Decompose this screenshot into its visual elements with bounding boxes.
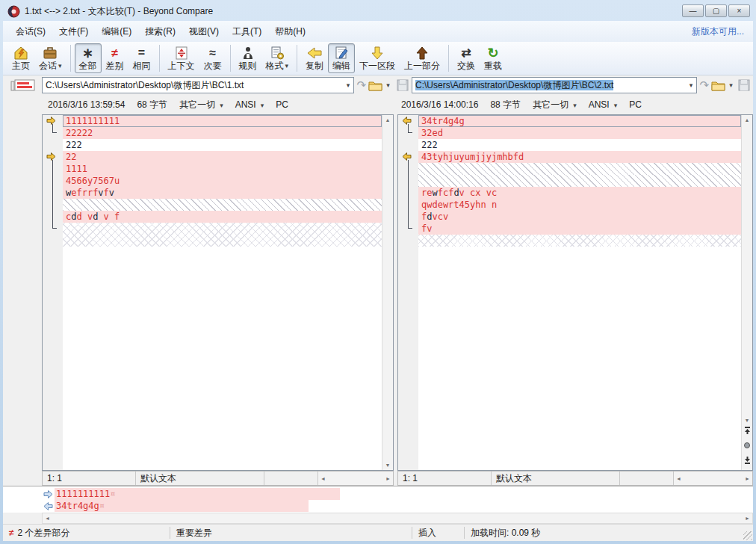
right-browse-folder-icon[interactable] <box>711 80 725 91</box>
right-gutter <box>398 115 418 470</box>
left-filter-dropdown[interactable]: 其它一切▾ <box>179 99 223 111</box>
toolbar-button-swap[interactable]: ⇄交换 <box>453 43 480 73</box>
left-vertical-scrollbar[interactable]: ▲ ▼ <box>382 115 393 470</box>
right-filter-dropdown[interactable]: 其它一切▾ <box>533 99 577 111</box>
next-difference-button[interactable] <box>743 454 752 467</box>
insert-mode-cell: 插入 <box>412 527 465 539</box>
text-line[interactable]: 43tyhjuyumjjyjmhbfd <box>418 151 741 163</box>
text-line[interactable]: wefrrfvfv <box>63 187 382 199</box>
scroll-down-icon[interactable]: ▼ <box>745 418 750 423</box>
toolbar-button-rules[interactable]: 规则 <box>235 43 261 73</box>
left-pane-status: 1: 1 默认文本 ◄ ► <box>42 471 394 486</box>
toolbar-button-next-section[interactable]: 下一区段 <box>355 43 400 73</box>
right-path-combo[interactable]: C:\Users\Administrator\Desktop\微博图片\BC\2… <box>412 77 697 93</box>
right-horizontal-scrollbar[interactable]: ◄ ► <box>674 472 752 485</box>
file-info-row: 2016/3/16 13:59:54 68 字节 其它一切▾ ANSI▾ PC … <box>3 95 753 114</box>
toolbar-button-same[interactable]: =相同 <box>128 43 155 73</box>
toolbar-button-home[interactable]: 主页 <box>7 43 34 73</box>
resize-grip[interactable] <box>743 531 752 540</box>
toolbar-button-all[interactable]: ∗全部 <box>75 43 102 73</box>
scroll-down-icon[interactable]: ▼ <box>385 463 391 468</box>
previous-difference-button[interactable] <box>743 424 752 437</box>
center-current-difference-button[interactable] <box>743 439 752 452</box>
toolbar-button-diff[interactable]: ≠差别 <box>102 43 128 73</box>
detail-row[interactable]: 1111111111¤ <box>43 488 753 500</box>
left-cursor-position: 1: 1 <box>43 472 136 485</box>
right-cursor-position: 1: 1 <box>398 472 492 485</box>
status-bar: ≠ 2 个差异部分 重要差异 插入 加载时间: 0.09 秒 <box>3 524 753 541</box>
text-line[interactable]: rewfcfdv cx vc <box>418 187 741 199</box>
toolbar-button-format[interactable]: 格式▾ <box>261 43 294 73</box>
toolbar-button-minor[interactable]: ≈次要 <box>199 43 226 73</box>
scroll-up-icon[interactable]: ▲ <box>745 117 750 123</box>
importance-cell: 重要差异 <box>170 527 412 539</box>
right-sync-icon[interactable]: ↷ <box>699 79 709 91</box>
scroll-right-icon: ► <box>745 516 750 521</box>
toolbar-button-reload[interactable]: ↻重载 <box>480 43 506 73</box>
text-line[interactable]: 4566y7567u <box>63 175 382 187</box>
detail-row[interactable]: 34tr4g4g¤ <box>43 500 753 512</box>
menu-item-2[interactable]: 编辑(E) <box>95 22 138 42</box>
text-line[interactable]: cdd vd v f <box>63 211 382 223</box>
text-line[interactable]: 32ed <box>418 127 741 139</box>
detail-line-text: 34tr4g4g¤ <box>55 500 309 512</box>
left-save-icon[interactable] <box>397 79 409 91</box>
menu-item-0[interactable]: 会话(S) <box>9 22 52 42</box>
left-path-caret-icon[interactable]: ▾ <box>342 81 353 89</box>
text-line[interactable]: fv <box>418 223 741 235</box>
left-encoding-dropdown[interactable]: ANSI▾ <box>235 99 264 110</box>
left-browse-folder-icon[interactable] <box>368 80 382 91</box>
menu-item-3[interactable]: 搜索(R) <box>138 22 182 42</box>
toolbar-separator <box>70 45 71 72</box>
menu-item-1[interactable]: 文件(F) <box>52 22 95 42</box>
right-path-text: C:\Users\Administrator\Desktop\微博图片\BC\2… <box>412 79 685 92</box>
toolbar-button-prev-part[interactable]: 上一部分 <box>400 43 444 73</box>
eol-marker-icon: ¤ <box>110 489 115 499</box>
right-encoding-dropdown[interactable]: ANSI▾ <box>589 99 618 110</box>
text-line[interactable]: 22 <box>63 151 382 163</box>
text-line[interactable]: 34tr4g4g <box>418 115 741 127</box>
title-bar[interactable]: 1.txt <--> 2.txt - 文本比较(T) - Beyond Comp… <box>3 0 753 21</box>
gap-line <box>418 175 741 187</box>
window-controls: — ▢ × <box>682 0 750 17</box>
right-browse-caret-icon[interactable]: ▾ <box>725 81 737 89</box>
toolbar-button-context[interactable]: 上下文 <box>164 43 199 73</box>
toolbar-button-edit[interactable]: 编辑 <box>328 43 355 73</box>
left-browse-caret-icon[interactable]: ▾ <box>382 81 394 89</box>
right-text-area[interactable]: 34tr4g4g32ed22243tyhjuyumjjyjmhbfdrewfcf… <box>418 115 741 470</box>
left-sync-icon[interactable]: ↷ <box>356 79 366 91</box>
menu-item-6[interactable]: 帮助(H) <box>268 22 312 42</box>
right-path-caret-icon[interactable]: ▾ <box>685 81 696 89</box>
text-line[interactable]: 1111111111 <box>63 115 382 127</box>
right-vertical-scrollbar[interactable]: ▲ ▼ <box>741 115 752 470</box>
right-save-icon[interactable] <box>738 79 750 91</box>
caret-down-icon[interactable]: ▾ <box>58 61 62 72</box>
toolbar-button-session[interactable]: 会话▾ <box>34 43 66 73</box>
text-line[interactable]: 222 <box>418 139 741 151</box>
left-pane-lines: 1111111111222222222211114566y7567uwefrrf… <box>63 115 382 247</box>
left-modified-time: 2016/3/16 13:59:54 <box>48 99 125 110</box>
scroll-left-icon: ◄ <box>45 516 50 521</box>
text-line[interactable]: fdvcv <box>418 211 741 223</box>
left-status-spare <box>264 472 318 485</box>
section-bracket <box>52 160 57 229</box>
scroll-up-icon[interactable]: ▲ <box>385 117 391 123</box>
left-text-area[interactable]: 1111111111222222222211114566y7567uwefrrf… <box>63 115 382 470</box>
text-line[interactable]: 22222 <box>63 127 382 139</box>
detail-horizontal-scrollbar[interactable]: ◄ ► <box>42 513 753 524</box>
right-pane-status: 1: 1 默认文本 ◄ ► <box>397 471 753 486</box>
caret-down-icon[interactable]: ▾ <box>285 61 289 72</box>
menu-item-5[interactable]: 工具(T) <box>226 22 268 42</box>
left-path-combo[interactable]: C:\Users\Administrator\Desktop\微博图片\BC\1… <box>42 77 354 93</box>
update-available-link[interactable]: 新版本可用... <box>692 25 747 38</box>
menu-item-4[interactable]: 视图(V) <box>182 22 226 42</box>
close-button[interactable]: × <box>728 4 750 17</box>
text-line[interactable]: qwdewrt45yhn n <box>418 199 741 211</box>
toolbar-button-copy[interactable]: 复制 <box>301 43 328 73</box>
left-horizontal-scrollbar[interactable]: ◄ ► <box>318 472 393 485</box>
maximize-button[interactable]: ▢ <box>705 4 727 17</box>
right-pane-lines: 34tr4g4g32ed22243tyhjuyumjjyjmhbfdrewfcf… <box>418 115 741 247</box>
text-line[interactable]: 222 <box>63 139 382 151</box>
text-line[interactable]: 1111 <box>63 163 382 175</box>
minimize-button[interactable]: — <box>682 4 704 17</box>
